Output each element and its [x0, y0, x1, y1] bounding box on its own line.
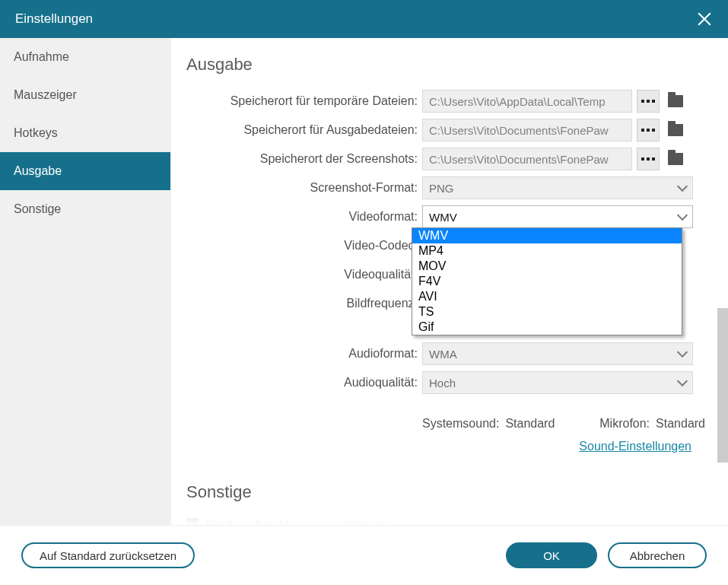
dots-icon [641, 157, 655, 161]
section-heading-other: Sonstige [186, 482, 705, 502]
label-audio-format: Audioformat: [186, 347, 422, 361]
video-format-option[interactable]: MP4 [412, 243, 682, 259]
ok-button[interactable]: OK [506, 542, 597, 568]
video-format-option[interactable]: WMV [412, 228, 682, 243]
browse-screenshot-button[interactable] [637, 148, 660, 170]
sidebar-item-aufnahme[interactable]: Aufnahme [0, 38, 170, 76]
video-format-select[interactable]: WMV [422, 205, 693, 228]
open-temp-folder-button[interactable] [664, 90, 687, 113]
sidebar-item-label: Hotkeys [14, 126, 58, 140]
sidebar-item-label: Sonstige [14, 202, 61, 216]
label-video-codec: Video-Codec: [186, 239, 422, 253]
video-format-dropdown[interactable]: WMVMP4MOVF4VAVITSGif [412, 227, 682, 335]
sidebar-item-mauszeiger[interactable]: Mauszeiger [0, 76, 170, 114]
output-path-field[interactable]: C:\Users\Vito\Documents\FonePaw [422, 119, 632, 141]
label-framerate: Bildfrequenz: [186, 297, 422, 310]
mic-label: Mikrofon: [599, 417, 650, 431]
screenshot-format-select[interactable]: PNG [422, 176, 693, 199]
mic-value: Standard [656, 417, 705, 431]
titlebar: Einstellungen [0, 0, 728, 38]
label-screenshot-path: Speicherort der Screenshots: [186, 152, 422, 166]
browse-output-button[interactable] [637, 119, 660, 141]
section-heading-output: Ausgabe [186, 55, 705, 75]
label-video-format: Videoformat: [186, 210, 422, 224]
label-video-quality: Videoqualität: [186, 268, 422, 281]
dots-icon [641, 100, 655, 103]
video-format-option[interactable]: F4V [412, 274, 682, 289]
system-sound-label: Systemsound: [422, 417, 499, 431]
sound-settings-link[interactable]: Sound-Einstellungen [579, 440, 691, 453]
label-temp-path: Speicherort für temporäre Dateien: [186, 94, 422, 108]
checkbox-icon[interactable] [186, 518, 199, 526]
audio-quality-select[interactable]: Hoch [422, 371, 693, 394]
video-format-option[interactable]: AVI [412, 289, 682, 304]
open-screenshot-folder-button[interactable] [664, 148, 687, 170]
video-format-option[interactable]: Gif [412, 320, 682, 335]
chevron-down-icon [677, 376, 688, 386]
folder-icon [668, 153, 683, 165]
sidebar-item-hotkeys[interactable]: Hotkeys [0, 114, 170, 152]
hw-accel-row[interactable]: Hardwarebeschleunigung aktivieren [186, 517, 705, 525]
label-output-path: Speicherort für Ausgabedateien: [186, 123, 422, 137]
chevron-down-icon [677, 210, 688, 221]
video-format-option[interactable]: TS [412, 304, 682, 320]
chevron-down-icon [677, 347, 688, 358]
close-icon[interactable] [696, 11, 713, 27]
label-screenshot-format: Screenshot-Format: [186, 181, 422, 195]
content-pane: Ausgabe Speicherort für temporäre Dateie… [171, 38, 728, 525]
sidebar-item-label: Ausgabe [14, 164, 62, 178]
sidebar-item-sonstige[interactable]: Sonstige [0, 190, 170, 228]
folder-icon [668, 95, 683, 107]
body-area: Aufnahme Mauszeiger Hotkeys Ausgabe Sons… [0, 38, 728, 525]
window-title: Einstellungen [15, 11, 93, 27]
audio-status-row: Systemsound: Standard Mikrofon: Standard [422, 417, 705, 431]
footer: Auf Standard zurücksetzen OK Abbrechen [0, 525, 728, 585]
sidebar-item-label: Aufnahme [14, 50, 69, 64]
temp-path-field[interactable]: C:\Users\Vito\AppData\Local\Temp [422, 90, 632, 113]
chevron-down-icon [677, 181, 688, 192]
dots-icon [641, 129, 655, 132]
cancel-button[interactable]: Abbrechen [608, 542, 707, 568]
browse-temp-button[interactable] [637, 90, 660, 113]
sidebar-item-ausgabe[interactable]: Ausgabe [0, 152, 170, 190]
open-output-folder-button[interactable] [664, 119, 687, 141]
reset-button[interactable]: Auf Standard zurücksetzen [21, 542, 195, 568]
folder-icon [668, 124, 683, 136]
system-sound-value: Standard [505, 417, 555, 431]
video-format-option[interactable]: MOV [412, 259, 682, 274]
label-audio-quality: Audioqualität: [186, 376, 422, 389]
scrollbar[interactable] [717, 308, 728, 463]
screenshot-path-field[interactable]: C:\Users\Vito\Documents\FonePaw [422, 148, 632, 170]
hw-accel-label: Hardwarebeschleunigung aktivieren [206, 517, 387, 525]
sidebar: Aufnahme Mauszeiger Hotkeys Ausgabe Sons… [0, 38, 171, 525]
sidebar-item-label: Mauszeiger [14, 88, 77, 102]
audio-format-select[interactable]: WMA [422, 342, 693, 365]
